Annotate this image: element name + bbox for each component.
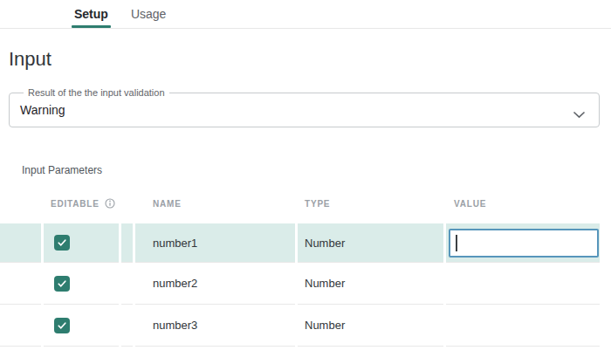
info-icon[interactable] xyxy=(105,198,115,209)
editable-cell xyxy=(44,305,119,347)
section-label-input-parameters: Input Parameters xyxy=(22,165,611,176)
editable-cell xyxy=(44,223,119,263)
active-tab-indicator xyxy=(72,25,111,28)
column-header-name: NAME xyxy=(135,199,295,209)
column-header-editable: EDITABLE xyxy=(44,199,119,209)
tab-setup[interactable]: Setup xyxy=(72,0,111,28)
page-title: Input xyxy=(9,48,611,71)
editable-checkbox[interactable] xyxy=(54,318,70,333)
checkmark-icon xyxy=(57,237,67,248)
table-header-row: EDITABLE NAME TYPE VALUE xyxy=(0,199,600,223)
row-spacer-cell xyxy=(121,263,133,305)
tab-usage-label: Usage xyxy=(131,7,166,21)
type-cell: Number xyxy=(298,263,443,305)
checkmark-icon xyxy=(57,320,67,331)
input-parameters-table: EDITABLE NAME TYPE VALUE number1 Nu xyxy=(0,199,600,347)
value-input[interactable] xyxy=(449,229,599,258)
table-row-number1[interactable]: number1 Number xyxy=(0,223,600,263)
tab-bar: Setup Usage xyxy=(0,0,611,29)
validation-result-select[interactable]: Result of the the input validation Warni… xyxy=(9,93,600,127)
row-spacer-cell xyxy=(121,305,133,347)
name-cell: number2 xyxy=(135,263,295,305)
chevron-down-icon[interactable] xyxy=(573,106,586,114)
table-row-number3[interactable]: number3 Number xyxy=(0,305,600,347)
column-header-editable-label: EDITABLE xyxy=(51,199,100,209)
editable-cell xyxy=(44,263,119,305)
editable-checkbox[interactable] xyxy=(54,276,70,292)
row-spacer-cell xyxy=(0,305,41,347)
checkmark-icon xyxy=(57,278,67,289)
value-cell[interactable] xyxy=(446,305,600,347)
tab-setup-label: Setup xyxy=(74,7,108,21)
value-cell[interactable] xyxy=(446,263,600,305)
name-cell: number3 xyxy=(135,305,295,347)
row-spacer-cell xyxy=(121,223,133,263)
type-cell: Number xyxy=(298,305,443,347)
type-cell: Number xyxy=(298,223,443,263)
tab-usage[interactable]: Usage xyxy=(128,0,168,28)
value-cell[interactable] xyxy=(446,223,600,263)
row-spacer-cell xyxy=(0,263,41,305)
validation-result-select-value: Warning xyxy=(20,93,65,127)
column-header-value: VALUE xyxy=(446,199,600,209)
name-cell: number1 xyxy=(135,223,295,263)
column-header-type: TYPE xyxy=(298,199,443,209)
row-spacer-cell xyxy=(0,223,41,263)
editable-checkbox[interactable] xyxy=(54,235,70,251)
table-row-number2[interactable]: number2 Number xyxy=(0,263,600,305)
